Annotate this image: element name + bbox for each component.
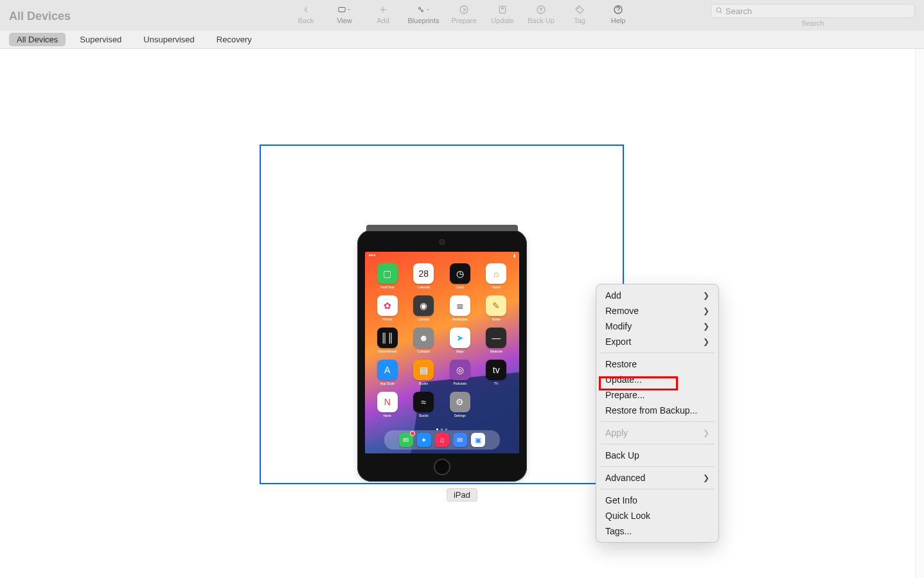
menu-advanced[interactable]: Advanced❯ — [596, 470, 718, 486]
svg-point-11 — [577, 7, 578, 8]
context-menu: Add❯ Remove❯ Modify❯ Export❯ Restore Upd… — [596, 284, 719, 543]
app-icon: ✎ — [486, 295, 506, 316]
menu-export-label: Export — [605, 336, 631, 347]
app-maps: ➤Maps — [444, 328, 477, 353]
menu-quick-look-label: Quick Look — [605, 510, 650, 521]
menu-tags[interactable]: Tags... — [596, 523, 718, 539]
app-label: Stocks — [419, 414, 429, 417]
app-camera: ◉Camera — [407, 295, 440, 321]
app-icon: ◉ — [413, 295, 434, 316]
menu-restore-backup-label: Restore from Backup... — [605, 405, 697, 416]
app-home: ⌂Home — [480, 263, 513, 289]
scrollbar[interactable] — [915, 49, 924, 578]
menu-export[interactable]: Export❯ — [596, 334, 718, 349]
svg-point-14 — [716, 8, 721, 12]
menu-tags-label: Tags... — [605, 525, 632, 537]
menu-update[interactable]: Update... — [596, 372, 718, 387]
add-button[interactable]: Add — [364, 4, 402, 24]
svg-line-5 — [420, 9, 422, 10]
app-icon: ▤ — [413, 360, 434, 380]
dock-safari: ✦ — [417, 433, 431, 447]
menu-prepare-label: Prepare... — [605, 389, 644, 401]
toolbar-items: Back View Add Blueprints P — [287, 4, 637, 24]
app-label: Voice Memos — [378, 349, 397, 353]
app-label: FaceTime — [380, 285, 395, 289]
app-label: Camera — [418, 317, 429, 321]
tag-label: Tag — [574, 17, 585, 24]
prepare-button[interactable]: Prepare — [445, 4, 483, 24]
app-label: App Store — [380, 381, 395, 385]
app-measure: —Measure — [480, 328, 513, 353]
prepare-label: Prepare — [451, 17, 476, 24]
search-input[interactable]: Search — [711, 4, 915, 18]
search-label: Search — [802, 19, 824, 27]
app-icon: ⚙ — [450, 392, 470, 412]
menu-get-info-label: Get Info — [605, 495, 637, 506]
app-contacts: ☻Contacts — [407, 328, 440, 353]
svg-line-15 — [720, 12, 722, 13]
menu-apply-label: Apply — [605, 427, 628, 439]
menu-separator — [600, 444, 715, 444]
app-voice-memos: ║║Voice Memos — [371, 328, 404, 353]
backup-icon — [535, 4, 547, 15]
view-button[interactable]: View — [325, 4, 364, 24]
menu-remove[interactable]: Remove❯ — [596, 303, 718, 319]
tag-button[interactable]: Tag — [560, 4, 599, 24]
app-tv: tvTV — [480, 360, 513, 385]
view-label: View — [337, 17, 352, 24]
app-icon: ✿ — [377, 295, 398, 316]
app-facetime: ▢FaceTime — [371, 263, 404, 289]
menu-add[interactable]: Add❯ — [596, 288, 718, 303]
menu-advanced-label: Advanced — [605, 472, 645, 484]
menu-restore[interactable]: Restore — [596, 356, 718, 372]
app-icon: ▢ — [377, 263, 398, 284]
app-books: ▤Books — [407, 360, 440, 385]
app-reminders: ≣Reminders — [444, 295, 477, 321]
app-clock: ◷Clock — [444, 263, 477, 289]
update-icon — [496, 4, 509, 15]
app-podcasts: ◎Podcasts — [444, 360, 477, 385]
menu-modify[interactable]: Modify❯ — [596, 319, 718, 334]
app-icon: ☻ — [413, 328, 434, 348]
menu-modify-label: Modify — [605, 320, 632, 332]
filter-recovery[interactable]: Recovery — [209, 33, 260, 46]
filter-supervised[interactable]: Supervised — [72, 33, 129, 46]
app-label: Reminders — [452, 317, 468, 321]
menu-backup-label: Back Up — [605, 450, 639, 461]
menu-add-label: Add — [605, 290, 621, 301]
filter-unsupervised[interactable]: Unsupervised — [136, 33, 202, 46]
back-button[interactable]: Back — [287, 4, 325, 24]
device-label[interactable]: iPad — [447, 488, 477, 502]
backup-label: Back Up — [528, 17, 555, 24]
app-icon: A — [377, 360, 398, 380]
chevron-right-icon: ❯ — [703, 290, 709, 301]
menu-separator — [600, 421, 715, 422]
camera-icon — [440, 240, 444, 244]
app-icon: ◷ — [450, 263, 470, 284]
help-button[interactable]: Help — [599, 4, 637, 24]
device-card[interactable]: ●●●▮ ▢FaceTime28Calendar◷Clock⌂Home✿Phot… — [260, 144, 624, 484]
app-icon: 28 — [413, 263, 434, 284]
app-label: News — [383, 414, 391, 417]
filter-all-devices[interactable]: All Devices — [9, 33, 66, 46]
backup-button[interactable]: Back Up — [522, 4, 560, 24]
menu-quick-look[interactable]: Quick Look — [596, 508, 718, 523]
help-icon — [612, 4, 625, 15]
app-icon: — — [486, 328, 506, 348]
menu-restore-backup[interactable]: Restore from Backup... — [596, 403, 718, 418]
toolbar: All Devices Back View Add B — [0, 0, 924, 31]
app-icon: N — [377, 392, 398, 412]
menu-prepare[interactable]: Prepare... — [596, 387, 718, 403]
help-label: Help — [611, 17, 626, 24]
chevron-right-icon: ❯ — [703, 336, 709, 347]
badge-icon — [410, 431, 415, 436]
update-button[interactable]: Update — [483, 4, 522, 24]
menu-remove-label: Remove — [605, 305, 639, 317]
menu-backup[interactable]: Back Up — [596, 448, 718, 463]
svg-point-13 — [617, 12, 618, 12]
app-calendar: 28Calendar — [407, 263, 440, 289]
blueprints-button[interactable]: Blueprints — [402, 4, 445, 24]
app-icon: ║║ — [377, 328, 398, 348]
menu-get-info[interactable]: Get Info — [596, 493, 718, 508]
window-title: All Devices — [9, 10, 71, 23]
